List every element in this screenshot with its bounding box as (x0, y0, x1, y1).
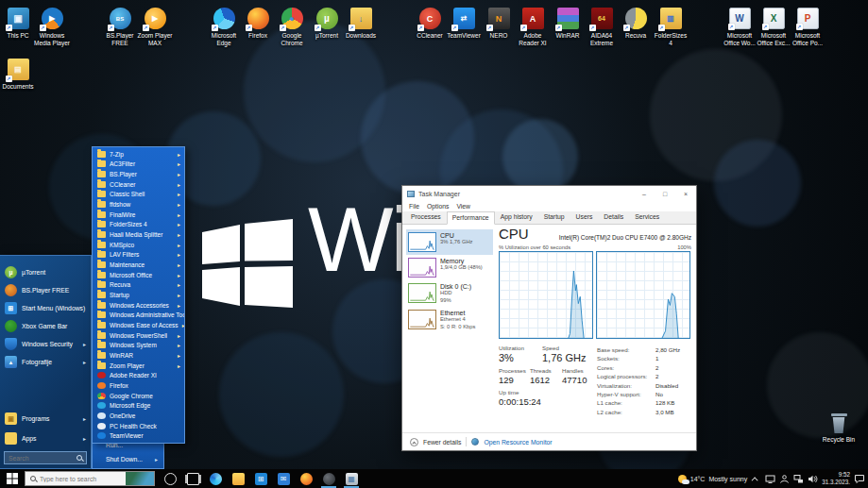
desktop-icon-aida64[interactable]: 64 AIDA64 Extreme (584, 8, 620, 47)
flyout-item[interactable]: Maintenance ▸ (93, 260, 184, 270)
flyout-item[interactable]: 7-Zip ▸ (93, 149, 184, 160)
start-item-shut-down[interactable]: Shut Down... ▸ (93, 452, 163, 466)
start-item-fotografije[interactable]: ▲ Fotografije ▸ (0, 353, 91, 371)
menu-item[interactable]: File (405, 203, 423, 210)
flyout-item[interactable]: Recuva ▸ (93, 280, 184, 291)
tray-clock[interactable]: 9:52 31.3.2023. (822, 471, 850, 486)
flyout-item[interactable]: Google Chrome (93, 391, 184, 401)
menu-item[interactable]: Options (423, 203, 452, 210)
open-resource-monitor-link[interactable]: Open Resource Monitor (484, 439, 552, 446)
sidebar-memory[interactable]: Memory 1,9/4,0 GB (48%) (406, 255, 493, 280)
flyout-item[interactable]: CCleaner ▸ (93, 179, 184, 190)
tray-temperature[interactable]: 14°C (690, 476, 706, 482)
flyout-item[interactable]: Zoom Player ▸ (93, 361, 184, 371)
flyout-item[interactable]: Startup ▸ (93, 290, 184, 300)
start-button[interactable] (0, 469, 25, 488)
start-item-xbox-game-bar[interactable]: Xbox Game Bar (0, 317, 91, 335)
flyout-item[interactable]: ffdshow ▸ (93, 199, 184, 210)
desktop-icon-firefox[interactable]: Firefox (240, 8, 276, 40)
search-highlight-image[interactable] (126, 471, 154, 486)
desktop-icon-downloads[interactable]: ↓ Downloads (343, 8, 379, 40)
desktop-icon-zoom-player[interactable]: ▶ Zoom Player MAX (137, 8, 173, 47)
task-view-icon[interactable] (181, 469, 204, 488)
flyout-item[interactable]: FinalWire ▸ (93, 210, 184, 220)
cortana-icon[interactable] (159, 469, 181, 488)
flyout-item[interactable]: Windows Administrative Tools ▸ (93, 311, 184, 321)
task-manager-icon[interactable]: ▦ (340, 469, 363, 488)
store-icon[interactable]: ⊞ (249, 469, 272, 488)
network-icon[interactable] (793, 474, 804, 484)
tab-performance[interactable]: Performance (447, 211, 495, 225)
desktop-icon-excel[interactable]: X Microsoft Office Exc... (756, 8, 791, 47)
flyout-item[interactable]: PC Health Check (93, 421, 184, 431)
flyout-item[interactable]: Windows Ease of Access ▸ (93, 320, 184, 330)
desktop-icon-winrar[interactable]: WinRAR (550, 8, 586, 40)
flyout-item[interactable]: Haali Media Splitter ▸ (93, 229, 184, 240)
taskbar-search-input[interactable] (40, 476, 122, 482)
desktop-icon-nero[interactable]: N NERO (481, 8, 517, 40)
sidebar-cpu[interactable]: CPU 3% 1,76 GHz (406, 229, 493, 255)
menu-item[interactable]: View (452, 203, 474, 210)
minimize-button[interactable]: – (634, 186, 655, 201)
start-item-utorrent[interactable]: µ µTorrent (0, 263, 91, 281)
flyout-item[interactable]: BS.Player ▸ (93, 169, 184, 179)
desktop-icon-word[interactable]: W Microsoft Office Wo... (722, 8, 757, 47)
weather-icon[interactable] (678, 475, 687, 483)
fewer-details-button[interactable]: Fewer details (423, 439, 461, 446)
flyout-item[interactable]: Windows PowerShell ▸ (93, 330, 184, 341)
desktop-icon-utorrent[interactable]: µ µTorrent (309, 8, 345, 40)
start-search-input[interactable] (9, 455, 73, 462)
recycle-bin[interactable]: Recycle Bin (820, 413, 858, 444)
flyout-item[interactable]: TeamViewer (93, 430, 184, 441)
flyout-item[interactable]: Adobe Reader XI (93, 370, 184, 380)
tray-chevron-up-icon[interactable] (752, 477, 758, 483)
taskbar-search[interactable] (25, 471, 155, 486)
flyout-item[interactable]: AC3Filter ▸ (93, 160, 184, 170)
flyout-item[interactable]: Firefox (93, 380, 184, 391)
start-item-bsplayer[interactable]: BS.Player FREE (0, 281, 91, 299)
desktop-icon-microsoft-edge[interactable]: Microsoft Edge (206, 8, 242, 47)
flyout-item[interactable]: Microsoft Office ▸ (93, 270, 184, 280)
sidebar-ethernet[interactable]: Ethernet Ethernet 4 S: 0 R: 0 Kbps (406, 307, 493, 333)
close-button[interactable]: × (675, 186, 696, 201)
desktop-icon-google-chrome[interactable]: ● Google Chrome (274, 8, 310, 47)
action-center-icon[interactable] (854, 474, 865, 484)
task-manager-titlebar[interactable]: Task Manager – □ × (402, 186, 696, 201)
monitor-icon[interactable] (765, 474, 775, 484)
tray-weather-condition[interactable]: Mostly sunny (708, 476, 747, 482)
desktop-icon-documents[interactable]: ▤ Documents (0, 59, 36, 91)
edge-icon[interactable] (204, 469, 227, 488)
tab-details[interactable]: Details (598, 210, 629, 224)
start-item-programs[interactable]: ▣ Programs ▸ (0, 409, 91, 429)
desktop-icon-adobe-reader[interactable]: A Adobe Reader XI (515, 8, 551, 47)
flyout-item[interactable]: OneDrive (93, 411, 184, 421)
flyout-item[interactable]: Windows System ▸ (93, 340, 184, 350)
desktop-icon-windows-media-player[interactable]: ▶ Windows Media Player (34, 8, 70, 47)
flyout-item[interactable]: Microsoft Edge (93, 400, 184, 411)
maximize-button[interactable]: □ (655, 186, 675, 201)
flyout-item[interactable]: Windows Accessories ▸ (93, 300, 184, 311)
desktop-icon-ccleaner[interactable]: C CCleaner (412, 8, 448, 40)
firefox-icon[interactable] (295, 469, 317, 488)
user-icon[interactable] (779, 474, 790, 484)
start-item-apps[interactable]: Apps ▸ (0, 429, 91, 448)
flyout-item[interactable]: Classic Shell ▸ (93, 190, 184, 200)
desktop-icon-bs-player[interactable]: BS BS.Player FREE (102, 8, 138, 47)
desktop-icon-recuva[interactable]: Recuva (618, 8, 654, 40)
start-item-windows-security[interactable]: Windows Security ▸ (0, 335, 91, 353)
tab-startup[interactable]: Startup (538, 210, 570, 224)
tab-app-history[interactable]: App history (495, 210, 538, 224)
start-item-start-menu-windows[interactable]: ⊞ Start Menu (Windows) (0, 299, 91, 317)
flyout-item[interactable]: WinRAR ▸ (93, 350, 184, 361)
mail-icon[interactable]: ✉ (272, 469, 295, 488)
tab-services[interactable]: Services (629, 210, 665, 224)
classic-shell-icon[interactable] (317, 469, 340, 488)
sidebar-disk[interactable]: Disk 0 (C:) HDD 99% (406, 280, 493, 307)
desktop-icon-foldersizes[interactable]: ▥ FolderSizes 4 (653, 8, 689, 47)
flyout-item[interactable]: KMSpico ▸ (93, 240, 184, 250)
start-menu-search[interactable] (4, 451, 87, 464)
desktop-icon-teamviewer[interactable]: ⇄ TeamViewer (446, 8, 482, 40)
desktop-icon-this-pc[interactable]: ▣ This PC (0, 8, 36, 40)
tab-users[interactable]: Users (570, 210, 599, 224)
tab-processes[interactable]: Processes (405, 210, 447, 224)
